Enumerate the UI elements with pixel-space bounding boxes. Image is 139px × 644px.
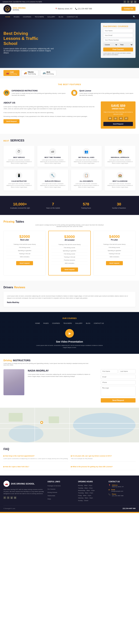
pricing-basic-button[interactable]: Send request [16, 261, 33, 265]
reviews-label2: Reviews [14, 286, 25, 289]
courses-nav-gallery[interactable]: GALLERY [73, 321, 84, 326]
footer-email-value: info@example.com [111, 490, 123, 492]
hero-phone-input[interactable] [103, 38, 133, 42]
tab-car[interactable]: 🚗 CAR Car Driving [4, 70, 20, 76]
twitter-icon[interactable]: t [127, 0, 129, 3]
pricing-pro-button[interactable]: Send request [106, 261, 123, 265]
service-desc-2: Lorem ipsum dolor sit amet, consectetur … [40, 159, 66, 164]
hero-time-select[interactable]: Time [118, 43, 133, 47]
nav-courses[interactable]: COURSES [21, 14, 33, 20]
instructors-intro: Lorem ipsum is simply dummy text of the … [4, 363, 90, 366]
footer-instagram-icon[interactable]: in [14, 496, 16, 499]
contact-us-button[interactable]: Contact Us [121, 7, 135, 11]
faq-answer-1: Lorem ipsum consectetur at adipiscing at… [4, 458, 68, 460]
faq-answer-2: This is an example An FAQ Module. [71, 458, 136, 460]
service-all-documents: 📋 ALL DOCUMENTS Lorem ipsum dolor sit am… [71, 169, 102, 190]
nav-teachers[interactable]: TEACHERS [33, 14, 46, 20]
faq-question-4[interactable]: ▶ What is the process for getting my cla… [71, 466, 136, 468]
hero-course-select[interactable]: Course [103, 43, 118, 47]
nav-pages[interactable]: PAGES [12, 14, 21, 20]
instructor-message-input[interactable] [101, 386, 135, 396]
stat-graduates: 10,000+ Graduates received the right [4, 200, 37, 210]
hero-section: Best Driving Lessons & Traffic School Lo… [0, 20, 139, 68]
tab-bus[interactable]: 🚌 BUS Bus Driving [40, 70, 56, 76]
courses-nav-contact[interactable]: CONTACT US [92, 321, 106, 326]
play-button[interactable] [65, 329, 74, 338]
pricing-feature: Spending on gasoline [6, 249, 43, 252]
footer-link-schools[interactable]: Driving Schools [47, 492, 57, 493]
services-label: BEST [4, 140, 9, 142]
about-send-request-button[interactable]: Send Request [4, 119, 20, 124]
stat-years: 7 Years on the market [37, 200, 70, 210]
footer-link-courses[interactable]: Our Courses [47, 488, 55, 490]
courses-nav-courses[interactable]: COURSES [50, 321, 62, 326]
footer-link-item: Packages & Services [47, 484, 75, 487]
facebook-icon[interactable]: f [123, 0, 126, 3]
faq-question-3[interactable]: ▶ How do I open a New York CDL? [4, 466, 68, 468]
footer-twitter-icon[interactable]: t [7, 496, 9, 499]
stat-training-number: 578 [71, 202, 101, 206]
pricing-feature: Full driving course [96, 246, 133, 249]
tab-truck-sublabel: Truck Driving [28, 73, 36, 75]
footer-hours-title: OPENING HOURS [78, 481, 105, 482]
courses-nav-blog[interactable]: BLOG [84, 321, 92, 326]
hero-email-input[interactable] [103, 34, 133, 37]
instructor-info: NADIA MADRILAY Lorem ipsum dolor sit ame… [28, 369, 94, 378]
search-icon[interactable]: 🔍 [133, 16, 135, 18]
services-header: BEST SERVICES [4, 139, 135, 142]
footer-hours-saturday: Saturday 08am - 04pm [78, 497, 105, 499]
footer-link-item: Our Courses [47, 488, 75, 490]
instructor-phone-input[interactable] [101, 380, 135, 384]
instructor-lastname-input[interactable] [119, 369, 135, 374]
faq-grid: ▶ How long is the road test appointment?… [4, 453, 135, 470]
courses-nav-home[interactable]: HOME [34, 321, 42, 326]
stat-training: 578 Training hours [70, 200, 102, 210]
tab-truck-label: TRUCK [28, 71, 36, 73]
service-icon-3: 👥 [83, 148, 90, 155]
faq-question-2[interactable]: ▶ I'm 16 years old, can I get my Driver … [71, 455, 136, 457]
hero-name-input[interactable] [103, 29, 133, 32]
service-icon-7: 📋 [83, 172, 90, 179]
courses-nav-pages[interactable]: PAGES [42, 321, 50, 326]
service-duplicate-pedals: 🔧 DUPLICATE PEDALS Lorem ipsum dolor sit… [37, 169, 68, 190]
instagram-icon[interactable]: in [134, 0, 136, 3]
footer-youtube-icon[interactable]: y [11, 496, 13, 499]
stat-training-label: Training hours [71, 207, 101, 209]
main-nav: HOME PAGES COURSES TEACHERS GALLERY BLOG… [0, 14, 139, 20]
instructor-email-input[interactable] [101, 375, 135, 379]
service-title-2: BEST TIME TRAINING [40, 156, 66, 158]
logo-icon [4, 5, 11, 13]
tab-bus-label: BUS [47, 71, 54, 73]
courses-nav-teachers[interactable]: TEACHERS [62, 321, 73, 326]
car-icon: 🚗 [6, 72, 9, 74]
save-send-request-button[interactable]: Send Request [103, 122, 133, 126]
footer-links-title: USEFUL LINKS [47, 481, 75, 482]
pricing-feature: Full driving course [6, 246, 43, 249]
services-label2: SERVICES [10, 139, 24, 142]
phone-icon: 📞 [108, 493, 110, 495]
tab-truck[interactable]: 🚚 TRUCK Truck Driving [21, 70, 38, 76]
review-text: Lorem ipsum dolor sit amet, consectetur … [7, 295, 132, 300]
nav-contact[interactable]: CONTACT US [65, 14, 80, 20]
pricing-featured-button[interactable]: Send request [61, 268, 78, 272]
features-section: THE BEST FEATURES 👨‍🏫 EXPERIENCED INSTRU… [0, 78, 139, 102]
service-icon-6: 🔧 [49, 172, 56, 179]
faq-question-1[interactable]: ▶ How long is the road test appointment? [4, 455, 68, 457]
nav-blog[interactable]: BLOG [57, 14, 65, 20]
footer-link-packages[interactable]: Packages & Services [47, 485, 61, 486]
nav-home[interactable]: HOME [4, 14, 12, 20]
youtube-icon[interactable]: y [130, 0, 133, 3]
instructor-firstname-input[interactable] [101, 369, 118, 374]
stat-teachers: 30 Number of teachers [102, 200, 135, 210]
instructor-send-request-button[interactable]: Send Request [101, 398, 135, 402]
nav-gallery[interactable]: GALLERY [46, 14, 57, 20]
feature-license-title: Quick License [79, 90, 135, 92]
find-courses-button[interactable]: Find Courses [103, 48, 133, 52]
footer-link-faq[interactable]: FAQs [47, 498, 51, 500]
footer-link-testimonials[interactable]: Testimonials [47, 495, 55, 496]
review-card: Lorem ipsum dolor sit amet, consectetur … [4, 292, 135, 307]
footer-facebook-icon[interactable]: f [4, 496, 6, 499]
countdown-minutes: 43 [119, 117, 123, 120]
hero-disclaimer: Lorem ipsum dolor sit enim ad minim veni… [103, 52, 133, 56]
reviews-label: Drivers [4, 286, 13, 289]
